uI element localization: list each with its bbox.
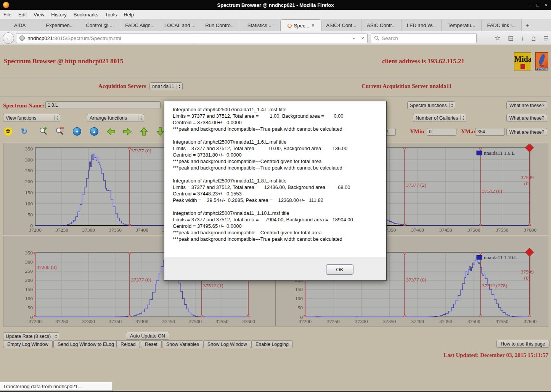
tab-fadc-link[interactable]: FADC link l... [482,19,522,31]
divider [0,96,551,96]
select-spinner-icon: ▲▼ [53,334,59,339]
minimize-button[interactable]: – [529,2,531,8]
close-button[interactable]: × [545,2,547,8]
svg-text:100: 100 [25,201,33,206]
menu-tools[interactable]: Tools [102,10,120,19]
dialog-line: Limits = 37377 and 37512, Total area = 7… [173,216,382,223]
radiation-icon[interactable]: ☢ [3,126,13,136]
tab-asic-control[interactable]: ASIC Contr... [361,19,402,31]
svg-text:37300: 37300 [82,227,95,233]
stop-load-icon[interactable]: × [361,35,364,41]
new-tab-button[interactable]: + [522,19,533,31]
refresh-icon[interactable]: ↻ [19,126,29,136]
status-bar: Transferring data from nndhcp021... [0,382,113,391]
dialog-line: Integration of /tmp/tcl25007/nnaida11_1.… [173,106,382,113]
downloads-icon[interactable]: ↓ [521,34,524,42]
tab-statistics[interactable]: Statistics ... [240,19,280,31]
tab-control[interactable]: Control @ ... [80,19,120,31]
tab-spectrum-active[interactable]: Spec... × [280,19,321,31]
menu-help[interactable]: Help [120,10,137,19]
menu-bookmarks[interactable]: Bookmarks [70,10,102,19]
view-functions-select[interactable]: View functions ▲▼ [3,114,60,122]
what-are-these-button-1[interactable]: What are these? [506,101,547,109]
urlbar-dropdown-icon[interactable]: ▾ [353,36,355,40]
spectrum-name-label: Spectrum Name: [3,102,45,109]
menu-view[interactable]: View [30,10,48,19]
spectra-functions-select[interactable]: Spectra functions ▲▼ [407,101,455,109]
spectrum-name-input[interactable] [45,101,161,109]
spectra-functions-value: Spectra functions [408,103,449,108]
dialog-line: Centroid = 37495.65+/- 0.0000 [173,223,382,229]
show-variables-button[interactable]: Show Variables [162,340,203,348]
reload-button[interactable]: Reload [116,340,140,348]
pan-right-icon[interactable] [122,126,132,136]
client-address: client address is 193.62.115.21 [382,58,464,65]
svg-text:37500: 37500 [467,318,480,324]
svg-text:250: 250 [25,168,33,173]
svg-text:37400: 37400 [135,227,148,233]
dialog-line: ***peak and background incompatible---Ce… [173,229,382,236]
hamburger-menu-icon[interactable]: ☰ [543,35,549,42]
tab-aida[interactable]: AIDA [0,19,40,31]
svg-text:350: 350 [25,146,33,152]
menu-history[interactable]: History [48,10,70,19]
how-to-use-button[interactable]: How to use this page [496,340,549,348]
acquisition-server-select[interactable]: nnaida11 ▲▼ [149,82,183,90]
home-icon[interactable]: ⌂ [532,34,536,43]
back-button[interactable]: ← [3,32,14,44]
svg-text:37500: 37500 [467,227,480,233]
midas-logo: Midas [514,52,531,70]
tab-asic4-control[interactable]: ASIC4 Cont... [321,19,361,31]
search-bar[interactable]: Search [371,33,477,43]
arrange-functions-value: Arrange functions [87,115,138,121]
url-bar[interactable]: nndhcp021 :8015/Spectrum/Spectrum.tml ▾ … [16,33,368,43]
svg-text:250: 250 [25,268,33,274]
bookmark-star-icon[interactable]: ☆ [495,34,501,42]
tab-fadc-align[interactable]: FADC Align... [120,19,160,31]
what-are-these-button-2[interactable]: What are these? [506,114,547,122]
svg-text:37250: 37250 [55,227,68,233]
tab-loading-spinner-icon [288,24,292,28]
arrange-functions-select[interactable]: Arrange functions ▲▼ [87,114,144,122]
menu-edit[interactable]: Edit [15,10,30,19]
tab-local[interactable]: LOCAL and ... [160,19,200,31]
tab-close-icon[interactable]: × [312,23,314,28]
auto-update-button[interactable]: Auto Update ON [126,332,169,340]
show-log-window-button[interactable]: Show Log Window [203,340,251,348]
maximize-button[interactable]: □ [537,2,539,8]
ymax-input[interactable] [475,128,505,136]
update-rate-select[interactable]: Update Rate (8 secs) ▲▼ [3,332,59,340]
set-minimum-icon[interactable]: ▼ [72,126,82,136]
what-are-these-button-3[interactable]: What are these? [506,128,547,136]
zoom-in-icon[interactable] [39,126,48,136]
svg-text:37377 (2): 37377 (2) [406,182,426,188]
reset-button[interactable]: Reset [141,340,162,348]
select-spinner-icon: ▲▼ [449,103,455,108]
number-of-galleries-select[interactable]: Number of Galleries ▲▼ [413,114,466,122]
set-maximum-icon[interactable]: ▲ [89,126,99,136]
ymin-input[interactable] [427,128,456,136]
svg-text:37550: 37550 [495,318,508,324]
url-path: :8015/Spectrum/Spectrum.tml [53,35,121,41]
dialog-footer: OK [164,258,386,280]
divider [0,77,551,77]
dialog-line: Peak width = 39.54+/- 0.2685, Peak area … [173,197,382,203]
send-log-to-elog-button[interactable]: Send Log Window to ELog [53,340,118,348]
enable-logging-button[interactable]: Enable Logging [251,340,293,348]
bookmarks-list-icon[interactable]: ▤ [508,35,513,42]
ok-button[interactable]: OK [326,264,353,275]
pan-up-icon[interactable] [139,126,149,136]
zoom-out-icon[interactable] [55,126,65,136]
svg-text:37200: 37200 [29,227,42,233]
menu-file[interactable]: File [0,10,15,19]
empty-log-window-button[interactable]: Empty Log Window [3,340,53,348]
tab-run-control[interactable]: Run Contro... [200,19,240,31]
tab-experiment[interactable]: Experimen... [40,19,80,31]
tab-led[interactable]: LED and W... [402,19,442,31]
site-globe-icon [19,35,25,41]
svg-text:150: 150 [295,286,303,292]
pan-left-icon[interactable] [106,126,116,136]
svg-text:37300: 37300 [82,318,95,324]
svg-text:50: 50 [28,212,33,218]
tab-temperature[interactable]: Temperatu... [442,19,482,31]
